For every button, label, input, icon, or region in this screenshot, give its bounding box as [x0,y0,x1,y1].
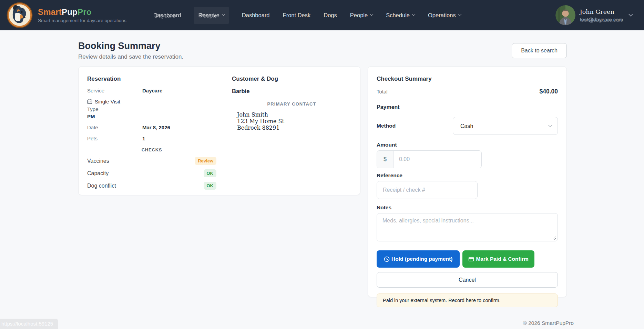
primary-contact-heading: PRIMARY CONTACT [267,101,316,107]
status-badge-ok: OK [204,182,217,190]
nav-item-dashboard[interactable]: Dashboard [242,12,270,19]
nav-item-people[interactable]: People [350,12,373,19]
nav-item-dogs[interactable]: Dogs [324,12,337,19]
user-email: test@daycare.com test@daycare.com [580,17,623,22]
brand-dog-logo [6,2,33,29]
chevron-down-icon [370,12,374,16]
user-menu[interactable]: John Green test@daycare.com test@daycare… [555,5,632,25]
checkout-heading: Checkout Summary [377,76,558,82]
contact-name: John Smith [237,111,351,118]
external-payment-notice: Paid in your external system. Record her… [377,293,558,307]
brand-name-pup: Pup [62,7,78,17]
method-select-wrap: Cash [453,117,558,135]
reservation-section: Reservation Service Daycare [87,76,216,186]
back-to-search-button[interactable]: Back to search [512,43,567,58]
reservation-heading: Reservation [87,76,216,82]
check-label: Dog conflict [87,183,116,189]
total-value: $40.00 [539,88,558,95]
nav-item-operations[interactable]: Operations [428,12,461,19]
pets-row: Pets 1 [87,136,216,141]
amount-input-group: $ [377,150,482,168]
page-header-text: Booking Summary Review details and save … [78,41,183,60]
date-row: Date Mar 8, 2026 [87,124,216,130]
nav-item-schedule[interactable]: Schedule [386,12,415,19]
type-label: Type [87,106,216,112]
status-badge-review: Review [195,157,216,165]
service-label: Service [87,88,142,93]
hold-button-label: Hold (pending payment) [391,256,452,262]
reference-input[interactable] [377,181,478,199]
main-content: Booking Summary Review details and save … [0,41,644,297]
brand-name-smart: Smart [38,7,62,17]
confirm-button-label: Mark Paid & Confirm [476,256,528,262]
nav-item-label: Operations [428,12,456,19]
payment-method-select[interactable]: Cash [453,117,558,135]
visit-type-block: Single Visit Type PM [87,99,216,119]
chevron-down-icon[interactable] [628,12,633,17]
credit-card-icon [468,256,474,262]
nav-item-label: People [350,12,368,19]
page-title: Booking Summary [78,41,183,51]
customer-dog-heading: Customer & Dog [232,76,351,82]
dog-name: Barbie [232,88,351,94]
method-row: Method Cash [377,117,558,135]
calendar-icon [87,99,92,104]
reference-label: Reference [377,172,558,179]
action-buttons-row: Hold (pending payment) Mark Paid & Confi… [377,250,558,268]
browser-status-url: https://localhost:59125 [0,319,58,329]
type-value: PM [87,113,216,119]
divider-line [232,104,263,104]
contact-city-zip: Bedrock 88291 [237,124,351,131]
checks-heading: CHECKS [142,147,162,152]
page-header: Booking Summary Review details and save … [78,41,567,60]
chevron-down-icon [412,12,416,16]
brand-name: SmartPupPro [38,7,126,17]
check-row-capacity: Capacity OK [87,169,216,177]
top-navbar: SmartPupPro Smart management for daycare… [0,0,644,30]
cancel-button[interactable]: Cancel [377,272,558,288]
divider-line [166,150,216,150]
nav-item-ghost-dashboard[interactable]: Dashboard Daycare [153,12,181,19]
contact-street: 123 My Home St [237,118,351,124]
status-badge-ok: OK [204,169,217,177]
avatar [555,5,575,25]
visit-kind: Single Visit [95,99,120,104]
notes-wrap [377,211,558,243]
clock-icon [384,256,390,262]
method-label: Method [377,123,396,129]
amount-label: Amount [377,142,558,148]
notes-label: Notes [377,205,558,211]
date-label: Date [87,124,142,130]
footer-copyright: © 2026 SmartPupPro [523,320,574,326]
customer-dog-section: Customer & Dog Barbie PRIMARY CONTACT Jo… [232,76,351,186]
check-row-dog-conflict: Dog conflict OK [87,182,216,190]
divider-line [87,150,137,150]
nav-item-front-desk[interactable]: Front Desk [283,12,311,19]
checkout-summary-card: Checkout Summary Total $40.00 Payment Me… [368,66,567,297]
page-subtitle: Review details and save the reservation. [78,53,183,60]
checks-divider: CHECKS [87,147,216,152]
nav-item-ghost-reserve[interactable]: Reserve People [194,7,228,24]
cards-row: Reservation Service Daycare [78,66,567,297]
total-row: Total $40.00 [377,88,558,95]
service-value: Daycare [142,88,162,93]
service-row: Service Daycare [87,88,216,93]
nav-item-label: Front Desk [283,12,311,19]
brand-tagline: Smart management for daycare operations [38,18,126,23]
mark-paid-confirm-button[interactable]: Mark Paid & Confirm [462,250,534,268]
nav-item-label: Dogs [324,12,337,19]
user-name: John Green [580,8,623,15]
date-value: Mar 8, 2026 [142,124,170,130]
currency-prefix: $ [377,151,393,168]
nav-ghost-layer: Daycare [154,12,175,19]
nav-item-label: Schedule [386,12,410,19]
user-email-ghost: test@daycare.com [581,17,624,23]
pets-label: Pets [87,136,142,141]
brand-name-pro: Pro [78,7,92,17]
notes-textarea[interactable] [377,213,558,241]
divider-line [320,104,351,104]
booking-details-card: Reservation Service Daycare [78,66,360,195]
nav-item-label: Dashboard [242,12,270,19]
amount-input[interactable] [393,151,481,168]
hold-pending-payment-button[interactable]: Hold (pending payment) [377,250,460,268]
